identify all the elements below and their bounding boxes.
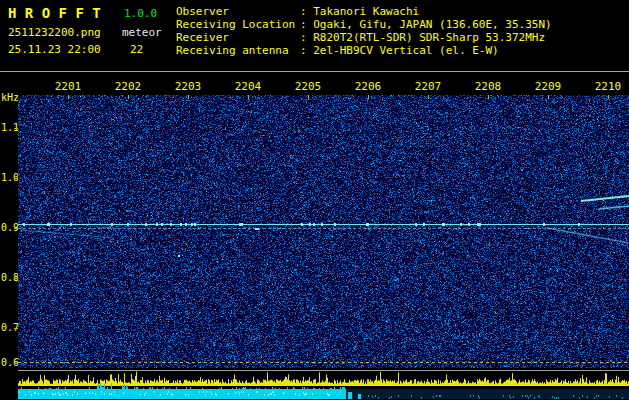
time-axis-label: 2203 (175, 81, 202, 93)
time-axis-label: 2210 (595, 81, 622, 93)
station-info: Observer: Takanori Kawachi Receiving Loc… (176, 5, 552, 57)
app-version: 1.0.0 (124, 7, 157, 20)
khz-unit-label: kHz (1, 93, 19, 103)
time-axis-label: 2207 (415, 81, 442, 93)
info-label: Receiver (176, 31, 300, 44)
time-axis-label: 2206 (355, 81, 382, 93)
info-label: Receiving Location (176, 18, 300, 31)
info-value: : Takanori Kawachi (300, 5, 419, 18)
time-axis-label: 2204 (235, 81, 262, 93)
info-row-receiver: Receiver: R820T2(RTL-SDR) SDR-Sharp 53.3… (176, 31, 552, 44)
filename-label: 2511232200.png (8, 26, 101, 39)
info-row-observer: Observer: Takanori Kawachi (176, 5, 552, 18)
info-value: : R820T2(RTL-SDR) SDR-Sharp 53.372MHz (300, 31, 545, 44)
time-axis-label: 2201 (55, 81, 82, 93)
meter-canvas (18, 370, 629, 400)
datetime-label: 25.11.23 22:00 (8, 43, 101, 56)
info-row-antenna: Receiving antenna: 2el-HB9CV Vertical (e… (176, 44, 552, 57)
info-value: : Ogaki, Gifu, JAPAN (136.60E, 35.35N) (300, 18, 552, 31)
spectrogram-canvas (18, 95, 629, 368)
info-label: Receiving antenna (176, 44, 300, 57)
info-label: Observer (176, 5, 300, 18)
mode-label: meteor (122, 26, 162, 39)
header-divider (0, 71, 629, 72)
hrofft-window: H R O F F T 1.0.0 2511232200.png meteor … (0, 0, 629, 400)
info-value: : 2el-HB9CV Vertical (el. E-W) (300, 44, 499, 57)
app-title: H R O F F T (8, 5, 101, 21)
time-axis-label: 2205 (295, 81, 322, 93)
time-axis-label: 2202 (115, 81, 142, 93)
time-axis-label: 2209 (535, 81, 562, 93)
time-axis-label: 2208 (475, 81, 502, 93)
info-row-location: Receiving Location: Ogaki, Gifu, JAPAN (… (176, 18, 552, 31)
frame-count-label: 22 (130, 43, 143, 56)
